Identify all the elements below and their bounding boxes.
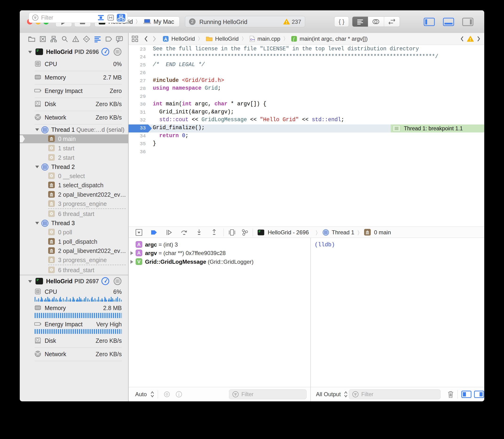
- activity-viewer[interactable]: 2 Running HelloGrid 237: [185, 16, 305, 27]
- debugbar-process[interactable]: HelloGrid - 2696: [268, 229, 309, 236]
- report-navigator-tab-icon[interactable]: [116, 35, 123, 43]
- jumpbar-project[interactable]: HelloGrid: [171, 36, 195, 42]
- thread-row-3[interactable]: Thread 3: [20, 219, 128, 228]
- thread-row-2[interactable]: Thread 2: [20, 163, 128, 171]
- back-history-button[interactable]: [144, 35, 148, 42]
- code-line[interactable]: 26: [129, 69, 484, 77]
- assistant-editor-button[interactable]: [368, 17, 384, 27]
- gauge-row-cpu[interactable]: CPU 0%: [34, 60, 122, 69]
- console-filter-field[interactable]: [349, 389, 441, 399]
- code-line[interactable]: 25/* END LEGAL */: [129, 61, 484, 69]
- stack-frame-row[interactable]: 1 start: [20, 144, 128, 153]
- console-filter-input[interactable]: [361, 391, 417, 398]
- jumpbar-file[interactable]: main.cpp: [258, 36, 280, 42]
- jumpbar-folder[interactable]: HelloGrid: [215, 36, 239, 42]
- variables-scope-popup[interactable]: Auto: [135, 391, 147, 398]
- gauge-row-memory[interactable]: Memory 2.8 MB: [34, 304, 122, 313]
- stack-frame-row[interactable]: 1 select_dispatch: [20, 181, 128, 190]
- code-line[interactable]: 35}: [129, 140, 484, 148]
- step-out-button[interactable]: [211, 229, 218, 236]
- code-line-breakpoint[interactable]: 33 Grid_finalize(); Thread 1: breakpoint…: [129, 124, 484, 133]
- debugbar-frame[interactable]: 0 main: [374, 229, 391, 236]
- issue-warning-icon[interactable]: [467, 36, 474, 42]
- view-process-hierarchy-button-active[interactable]: [117, 14, 126, 22]
- show-console-view-button-active[interactable]: [474, 390, 484, 398]
- stack-frame-row[interactable]: 3 progress_engine: [20, 199, 128, 208]
- test-navigator-tab-icon[interactable]: [83, 35, 90, 43]
- variable-row[interactable]: A argc = (int) 3: [129, 240, 310, 249]
- stack-frame-row[interactable]: 2 start: [20, 153, 128, 162]
- breakpoint-navigator-tab-icon[interactable]: [105, 35, 112, 43]
- navigator-filter-input[interactable]: [41, 14, 101, 21]
- breakpoints-toggle-button-active[interactable]: [150, 229, 158, 236]
- stack-frame-row[interactable]: 6 thread_start: [20, 209, 128, 218]
- code-line[interactable]: 32 std::cout << GridLogMessage << "Hello…: [129, 116, 484, 124]
- source-control-navigator-tab-icon[interactable]: [39, 35, 47, 43]
- variable-row[interactable]: A argv = (char **) 0x7ffee9039c28: [129, 249, 310, 257]
- disclosure-triangle-icon[interactable]: [130, 260, 133, 264]
- debugbar-thread[interactable]: Thread 1: [332, 229, 354, 236]
- debug-navigator-tab-icon-selected[interactable]: [94, 35, 101, 43]
- info-icon[interactable]: [175, 390, 183, 398]
- code-line[interactable]: 24**************************************…: [129, 53, 484, 61]
- breakpoint-annotation[interactable]: Thread 1: breakpoint 1.1: [391, 124, 484, 133]
- gauge-row-disk[interactable]: Disk Zero KB/s: [34, 336, 122, 345]
- breakpoint-marker-icon[interactable]: 33: [129, 124, 152, 133]
- stack-view-button[interactable]: [113, 277, 122, 286]
- gauge-row-cpu[interactable]: CPU 6%: [34, 288, 122, 296]
- next-issue-button[interactable]: [477, 36, 481, 42]
- toggle-navigator-panel-button[interactable]: [423, 18, 435, 26]
- disclosure-triangle-icon[interactable]: [35, 222, 39, 224]
- view-hierarchy-button[interactable]: [228, 229, 236, 236]
- popup-stepper-icon[interactable]: [344, 390, 348, 398]
- stack-frame-row[interactable]: 2 opal_libevent2022_ev…: [20, 246, 128, 255]
- variables-view[interactable]: A argc = (int) 3 A argv = (char **) 0x7f…: [129, 238, 310, 387]
- filter-crashed-threads-button[interactable]: [107, 14, 115, 21]
- previous-issue-button[interactable]: [460, 36, 464, 42]
- navigator-filter-field[interactable]: [29, 12, 128, 23]
- stack-frame-row[interactable]: 0 poll: [20, 228, 128, 237]
- gauge-row-network[interactable]: Network Zero KB/s: [34, 350, 122, 359]
- gauge-row-network[interactable]: Network Zero KB/s: [34, 113, 122, 122]
- code-line[interactable]: 34 return 0;: [129, 133, 484, 140]
- step-over-button[interactable]: [180, 229, 188, 236]
- show-variables-view-button-active[interactable]: [461, 390, 471, 398]
- gauges-view-button-selected[interactable]: [101, 47, 110, 56]
- stack-view-button[interactable]: [113, 47, 122, 56]
- warning-count[interactable]: 237: [283, 19, 301, 25]
- disclosure-triangle-icon[interactable]: [28, 280, 32, 283]
- disclosure-triangle-icon[interactable]: [28, 51, 32, 53]
- version-editor-button[interactable]: [384, 17, 400, 27]
- quicklook-eye-icon[interactable]: [163, 390, 171, 398]
- process-row-2696[interactable]: HelloGrid PID 2696: [20, 47, 128, 56]
- stack-frame-row[interactable]: 6 thread_start: [20, 266, 128, 275]
- disclosure-triangle-icon[interactable]: [35, 166, 39, 168]
- breakpoint-annotation-menu-icon[interactable]: [393, 125, 400, 132]
- code-line[interactable]: 30int main(int argc, char * argv[]) {: [129, 101, 484, 109]
- code-line[interactable]: 27#include <Grid/Grid.h>: [129, 77, 484, 85]
- stack-frame-row[interactable]: 0 __select: [20, 171, 128, 181]
- step-into-button[interactable]: [195, 229, 203, 236]
- stack-frame-row[interactable]: 2 opal_libevent2022_ev…: [20, 190, 128, 199]
- toggle-inspector-panel-button[interactable]: [462, 18, 474, 26]
- project-navigator-tab-folder-icon[interactable]: [28, 35, 35, 43]
- code-line[interactable]: 23See the full license in the file "LICE…: [129, 46, 484, 54]
- memory-graph-button[interactable]: [241, 229, 248, 236]
- code-line[interactable]: 36: [129, 148, 484, 156]
- disclosure-triangle-icon[interactable]: [35, 128, 39, 131]
- code-snippets-button[interactable]: { }: [334, 16, 349, 27]
- stack-frame-row[interactable]: 3 progress_engine: [20, 256, 128, 264]
- gauge-row-disk[interactable]: Disk Zero KB/s: [34, 100, 122, 109]
- source-editor[interactable]: 23See the full license in the file "LICE…: [129, 45, 484, 227]
- jumpbar-symbol[interactable]: main(int argc, char * argv[]): [299, 36, 367, 42]
- filter-debug-symbols-button-active[interactable]: [97, 14, 105, 21]
- variables-filter-input[interactable]: [241, 391, 288, 398]
- code-line[interactable]: 29: [129, 93, 484, 101]
- disclosure-triangle-icon[interactable]: [130, 251, 133, 255]
- issue-navigator-tab-warning-icon[interactable]: [72, 35, 80, 43]
- hide-debug-area-button[interactable]: [135, 229, 143, 236]
- forward-history-button[interactable]: [152, 35, 157, 42]
- code-line[interactable]: 31 Grid_init(&argc,&argv);: [129, 109, 484, 117]
- console-output-popup[interactable]: All Output: [316, 391, 341, 398]
- symbol-navigator-tab-icon[interactable]: [50, 35, 57, 43]
